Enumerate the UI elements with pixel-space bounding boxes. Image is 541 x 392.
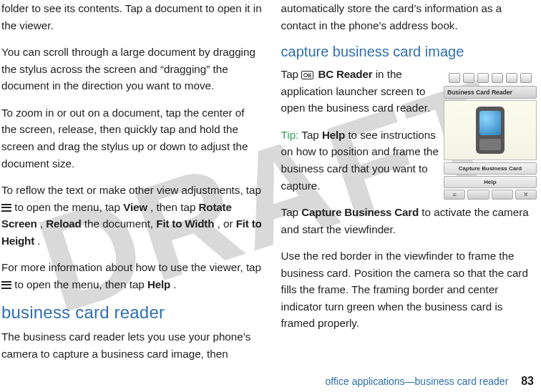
para-tip: Tip: Tap Help to see instructions on how… — [281, 127, 446, 194]
text: Tap — [281, 68, 302, 80]
phone-bottom-slot — [467, 190, 489, 200]
phone-device-graphic — [476, 107, 505, 154]
phone-close-icon[interactable]: ✕ — [515, 190, 537, 200]
label-bc-reader: BC Reader — [318, 68, 373, 80]
text: For more information about how to use th… — [1, 261, 261, 273]
text: , — [40, 217, 46, 230]
phone-device-screen — [479, 111, 501, 135]
phone-capture-button[interactable]: Capture Business Card — [444, 162, 537, 175]
left-column: folder to see its contents. Tap a docume… — [1, 0, 263, 363]
phone-top-toolbar — [444, 73, 537, 83]
para: Tap BC Reader in the application launche… — [281, 66, 446, 117]
para: folder to see its contents. Tap a docume… — [1, 0, 263, 34]
page-number: 83 — [521, 375, 534, 387]
menu-icon — [1, 204, 11, 212]
wrapped-text-block: Tap BC Reader in the application launche… — [281, 66, 446, 194]
phone-screenshot: Business Card Reader Capture Business Ca… — [444, 73, 537, 216]
para: To zoom in or out on a document, tap the… — [1, 104, 263, 172]
menu-icon — [1, 281, 11, 289]
text: to open the menu, then tap — [14, 278, 147, 290]
right-column: automatically store the card’s informati… — [281, 0, 537, 363]
label-reload: Reload — [46, 217, 81, 230]
phone-device-keypad — [479, 139, 501, 150]
phone-help-button[interactable]: Help — [444, 176, 537, 188]
page-columns: folder to see its contents. Tap a docume… — [0, 0, 541, 363]
bc-reader-icon — [301, 71, 313, 79]
phone-bottom-bar: ≡ ✕ — [444, 190, 537, 200]
text: . — [37, 235, 40, 247]
tip-label: Tip: — [281, 129, 299, 141]
phone-menu-icon[interactable]: ≡ — [444, 190, 465, 200]
para: automatically store the card’s informati… — [281, 0, 537, 34]
toolbar-icon — [520, 73, 532, 83]
heading-business-card-reader: business card reader — [1, 303, 263, 323]
text: the document, — [84, 217, 156, 230]
heading-capture-image: capture business card image — [281, 44, 537, 60]
label-view: View — [123, 201, 147, 213]
phone-bottom-slot — [492, 190, 513, 200]
label-help: Help — [322, 129, 345, 141]
toolbar-icon — [477, 73, 489, 83]
toolbar-icon — [463, 73, 474, 83]
para: For more information about how to use th… — [1, 259, 263, 293]
text: . — [173, 278, 176, 290]
para: To reflow the text or make other view ad… — [1, 182, 263, 249]
toolbar-icon — [449, 73, 460, 83]
para: Use the red border in the viewfinder to … — [281, 248, 537, 332]
toolbar-icon — [506, 73, 517, 83]
footer-section-title: office applications—business card reader — [326, 376, 509, 387]
para: The business card reader lets you use yo… — [1, 328, 263, 362]
text: Tap — [301, 129, 322, 141]
text: , or — [218, 217, 236, 230]
text: To reflow the text or make other view ad… — [1, 184, 261, 196]
text: , then tap — [150, 201, 199, 213]
label-help: Help — [147, 278, 170, 290]
phone-viewport — [444, 100, 537, 160]
phone-title-bar: Business Card Reader — [444, 86, 537, 99]
text: to open the menu, tap — [14, 201, 123, 213]
para: You can scroll through a large document … — [1, 44, 263, 94]
text: Tap — [281, 206, 302, 218]
toolbar-icon — [492, 73, 503, 83]
label-fit-width: Fit to Width — [156, 217, 214, 230]
page-footer: office applications—business card reader… — [326, 375, 534, 388]
label-capture-business-card: Capture Business Card — [301, 206, 419, 218]
